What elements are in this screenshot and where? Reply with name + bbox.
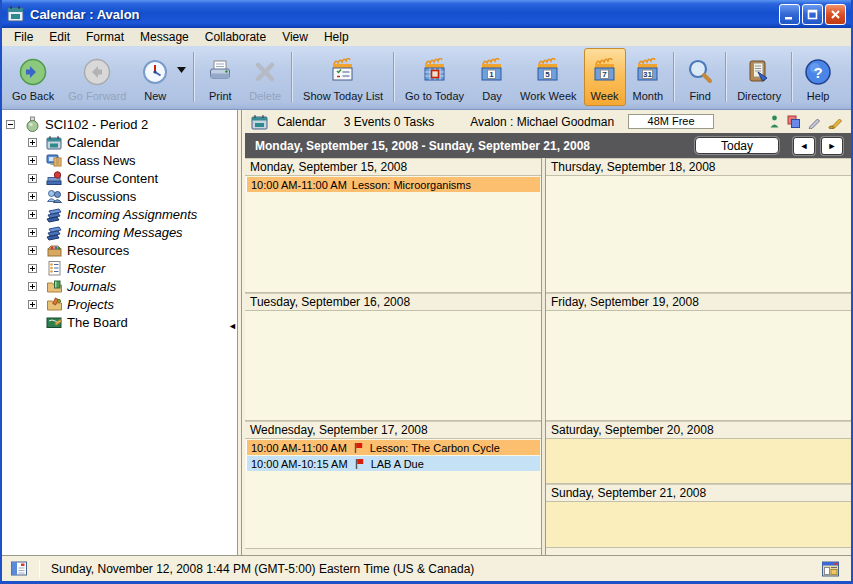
- tree-root-sci102[interactable]: SCI102 - Period 2: [2, 115, 237, 133]
- today-button[interactable]: Today: [695, 137, 779, 154]
- delete-button[interactable]: Delete: [242, 48, 288, 106]
- event-lesson-carbon-cycle[interactable]: 10:00 AM-11:00 AM Lesson: The Carbon Cyc…: [246, 440, 540, 455]
- day-cell-sunday[interactable]: [546, 502, 851, 548]
- sidebar-item-class-news[interactable]: Class News: [2, 151, 237, 169]
- flag-icon: [355, 458, 364, 470]
- title-bar: Calendar : Avalon: [2, 0, 851, 28]
- go-forward-icon: [82, 55, 112, 89]
- menu-format[interactable]: Format: [78, 28, 132, 46]
- menu-view[interactable]: View: [274, 28, 316, 46]
- day-cell-monday[interactable]: 10:00 AM-11:00 AM Lesson: Microorganisms: [245, 176, 541, 293]
- print-button[interactable]: Print: [198, 48, 242, 106]
- new-dropdown-button[interactable]: [177, 48, 190, 106]
- sidebar-item-roster[interactable]: Roster: [2, 259, 237, 277]
- expand-box-icon[interactable]: [28, 153, 37, 168]
- event-lab-a-due[interactable]: 10:00 AM-10:15 AM LAB A Due: [246, 456, 540, 471]
- sidebar-item-calendar[interactable]: Calendar: [2, 133, 237, 151]
- expand-box-icon[interactable]: [28, 189, 37, 204]
- go-back-icon: [18, 55, 48, 89]
- day-cell-thursday[interactable]: [546, 176, 851, 293]
- svg-text:7: 7: [602, 70, 607, 79]
- event-lesson-microorganisms[interactable]: 10:00 AM-11:00 AM Lesson: Microorganisms: [246, 177, 540, 192]
- pencil-icon[interactable]: [808, 115, 821, 129]
- menu-help[interactable]: Help: [316, 28, 357, 46]
- week-grid: Monday, September 15, 2008 10:00 AM-11:0…: [245, 158, 851, 555]
- toolbar-separator: [725, 52, 727, 102]
- day-header-monday: Monday, September 15, 2008: [245, 158, 541, 176]
- work-week-view-button[interactable]: 5 Work Week: [513, 48, 583, 106]
- month-view-button[interactable]: 31 Month: [626, 48, 671, 106]
- day-header-saturday: Saturday, September 20, 2008: [546, 421, 851, 439]
- new-button[interactable]: New: [133, 48, 177, 106]
- sidebar-item-course-content[interactable]: Course Content: [2, 169, 237, 187]
- form-view-icon[interactable]: [822, 561, 839, 577]
- expand-box-icon[interactable]: [28, 135, 37, 150]
- menu-collaborate[interactable]: Collaborate: [197, 28, 274, 46]
- menu-file[interactable]: File: [6, 28, 41, 46]
- collapse-box-icon[interactable]: [6, 117, 15, 132]
- day-cell-wednesday[interactable]: 10:00 AM-11:00 AM Lesson: The Carbon Cyc…: [245, 439, 541, 549]
- menu-message[interactable]: Message: [132, 28, 197, 46]
- expand-box-icon[interactable]: [28, 171, 37, 186]
- directory-button[interactable]: Directory: [730, 48, 788, 106]
- sidebar-splitter[interactable]: [237, 110, 245, 555]
- expand-box-icon[interactable]: [28, 279, 37, 294]
- close-button[interactable]: [825, 4, 846, 25]
- day-cell-tuesday[interactable]: [245, 311, 541, 421]
- go-forward-button[interactable]: Go Forward: [61, 48, 133, 106]
- minimize-button[interactable]: [779, 4, 800, 25]
- sidebar-item-journals[interactable]: Journals: [2, 277, 237, 295]
- calendar-pane: Calendar 3 Events 0 Tasks Avalon : Micha…: [245, 110, 851, 555]
- toolbar-separator: [193, 52, 195, 102]
- toolbar-separator: [291, 52, 293, 102]
- next-week-button[interactable]: ►: [821, 137, 843, 155]
- print-icon: [205, 55, 235, 89]
- go-back-button[interactable]: Go Back: [5, 48, 61, 106]
- week-view-button[interactable]: 7 Week: [584, 48, 626, 106]
- stacked-books-icon: [45, 224, 63, 241]
- event-time: 10:00 AM-10:15 AM: [251, 458, 348, 470]
- help-icon: ?: [803, 55, 833, 89]
- expand-box-icon[interactable]: [28, 243, 37, 258]
- menu-edit[interactable]: Edit: [41, 28, 78, 46]
- splitter-collapse-handle[interactable]: ◄: [228, 322, 237, 331]
- sidebar-item-incoming-messages[interactable]: Incoming Messages: [2, 223, 237, 241]
- expand-box-icon[interactable]: [28, 297, 37, 312]
- sidebar-item-projects[interactable]: Projects: [2, 295, 237, 313]
- toolbar-separator: [791, 52, 793, 102]
- overlapping-windows-icon[interactable]: [787, 115, 801, 129]
- new-icon: [140, 55, 170, 89]
- sidebar-item-the-board[interactable]: The Board: [2, 313, 237, 331]
- sidebar-tree: SCI102 - Period 2 Calendar Class News Co…: [2, 110, 237, 555]
- app-calendar-icon: [7, 5, 25, 23]
- sidebar-item-discussions[interactable]: Discussions: [2, 187, 237, 205]
- show-today-list-button[interactable]: Show Today List: [296, 48, 390, 106]
- roster-list-icon: [45, 260, 63, 277]
- gold-pen-icon[interactable]: [828, 115, 843, 129]
- previous-week-button[interactable]: ◄: [793, 137, 815, 155]
- folder-name: Calendar: [277, 115, 326, 129]
- help-button[interactable]: ? Help: [796, 48, 840, 106]
- svg-text:5: 5: [546, 70, 551, 79]
- person-status-icon[interactable]: [769, 115, 780, 129]
- directory-icon: [744, 55, 774, 89]
- go-to-today-button[interactable]: Go to Today: [398, 48, 471, 106]
- maximize-button[interactable]: [802, 4, 823, 25]
- expand-box-icon[interactable]: [28, 225, 37, 240]
- day-cell-saturday[interactable]: [546, 439, 851, 484]
- journals-folder-icon: [45, 278, 63, 295]
- day-view-button[interactable]: 1 Day: [471, 48, 513, 106]
- expand-box-icon[interactable]: [28, 261, 37, 276]
- sidebar-item-incoming-assignments[interactable]: Incoming Assignments: [2, 205, 237, 223]
- expand-box-icon[interactable]: [28, 207, 37, 222]
- find-button[interactable]: Find: [678, 48, 722, 106]
- chalkboard-icon: [45, 314, 63, 331]
- status-separator: [39, 560, 40, 578]
- sidebar-item-resources[interactable]: Resources: [2, 241, 237, 259]
- day-cell-friday[interactable]: [546, 311, 851, 421]
- news-monitor-icon: [45, 152, 63, 169]
- pane-layout-icon[interactable]: [11, 561, 27, 576]
- event-title: Lesson: The Carbon Cycle: [370, 442, 500, 454]
- svg-text:1: 1: [489, 70, 494, 79]
- calendar-today-icon: [421, 55, 449, 89]
